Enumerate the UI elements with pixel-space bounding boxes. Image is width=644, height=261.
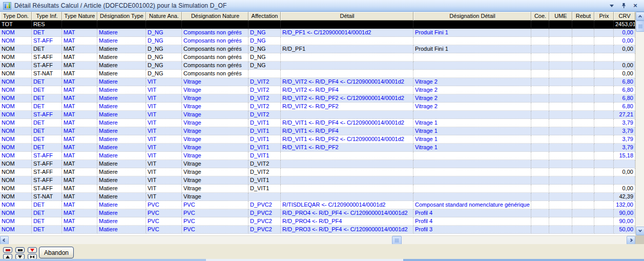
cell-type_inf: DET xyxy=(32,144,62,152)
table-row[interactable]: NOMDETMATMatiereVITVitrageD_VIT2R/D_VIT2… xyxy=(0,103,635,111)
scroll-left-button[interactable] xyxy=(0,236,9,245)
column-header-type_inf[interactable]: Type Inf. xyxy=(32,12,62,21)
cell-type_nature: MAT xyxy=(62,168,97,176)
column-header-ume[interactable]: UME xyxy=(549,12,572,21)
cell-desig_type: Matiere xyxy=(97,144,146,152)
cell-prix xyxy=(594,217,614,226)
column-header-type_nature[interactable]: Type Nature xyxy=(62,12,97,21)
cell-coe xyxy=(531,135,549,144)
cell-type_inf: ST-AFF xyxy=(32,176,62,185)
cell-ume xyxy=(549,135,572,144)
cell-nature_ana: VIT xyxy=(146,86,182,94)
cell-type_inf: ST-AFF xyxy=(32,168,62,176)
scroll-down-button[interactable] xyxy=(636,227,644,235)
table-row[interactable]: NOMDETMATMatiereVITVitrageD_VIT2R/D_VIT2… xyxy=(0,86,635,94)
cell-desig_nature: Vitrage xyxy=(182,119,248,127)
table-row[interactable]: NOMST-AFFMATMatiereD_NGComposants non gé… xyxy=(0,62,635,70)
cell-crv: 3,79 xyxy=(614,127,635,135)
table-row[interactable]: NOMST-AFFMATMatiereVITVitrageD_VIT1 xyxy=(0,176,635,185)
horizontal-scroll-thumb[interactable] xyxy=(392,236,402,245)
triangle-up-icon xyxy=(6,255,10,258)
cell-crv: 0,00 xyxy=(614,37,635,45)
cell-desig_detail xyxy=(413,168,531,176)
column-header-prix[interactable]: Prix xyxy=(594,12,614,21)
titlebar: Détail Résultats Calcul / Article (DOFCD… xyxy=(0,0,644,12)
cell-prix xyxy=(594,160,614,168)
nav-button-2[interactable] xyxy=(15,247,25,253)
nav-button-3[interactable] xyxy=(28,247,37,253)
scroll-up-button[interactable] xyxy=(636,12,644,21)
window-menu-button[interactable] xyxy=(608,2,615,9)
cell-rebut xyxy=(572,176,594,185)
cell-nature_ana: PVC xyxy=(146,217,182,226)
table-row[interactable]: NOMST-AFFMATMatiereD_NGComposants non gé… xyxy=(0,37,635,45)
cell-coe xyxy=(531,209,549,217)
cell-prix xyxy=(594,135,614,144)
cell-ume xyxy=(549,70,572,78)
cell-desig_type: Matiere xyxy=(97,201,146,209)
table-row[interactable]: NOMDETMATMatiereD_NGComposants non gérés… xyxy=(0,29,635,37)
table-row[interactable]: NOMDETMATMatierePVCPVCD_PVC2R/D_PRO4 <- … xyxy=(0,217,635,226)
total-row[interactable]: TOTRES2453,01 xyxy=(0,21,635,29)
column-header-detail[interactable]: Détail xyxy=(281,12,413,21)
cell-desig_type: Matiere xyxy=(97,217,146,226)
close-icon: × xyxy=(633,3,637,8)
table-row[interactable]: NOMDETMATMatierePVCPVCD_PVC2R/TISDLEQAR … xyxy=(0,201,635,209)
abandon-button[interactable]: Abandon xyxy=(39,247,74,258)
close-button[interactable]: × xyxy=(632,2,639,9)
cell-prix xyxy=(594,209,614,217)
cell-prix xyxy=(594,119,614,127)
table-row[interactable]: NOMST-NATMATMatiereD_NGComposants non gé… xyxy=(0,70,635,78)
cell-desig_detail: Vitrage 2 xyxy=(413,86,531,94)
cell-affectation: D_VIT1 xyxy=(248,185,281,193)
table-row[interactable]: NOMDETMATMatiereVITVitrageD_VIT1R/D_VIT1… xyxy=(0,144,635,152)
table-row[interactable]: NOMST-AFFMATMatiereVITVitrageD_VIT10,00 xyxy=(0,185,635,193)
nav-button-1[interactable] xyxy=(3,247,12,253)
table-row[interactable]: NOMST-AFFMATMatiereVITVitrageD_VIT2 xyxy=(0,160,635,168)
table-row[interactable]: NOMDETMATMatierePVCPVCD_PVC2R/D_PRO4 <- … xyxy=(0,209,635,217)
table-row[interactable]: NOMDETMATMatiereVITVitrageD_VIT1R/D_VIT1… xyxy=(0,119,635,127)
table-row[interactable]: NOMST-AFFMATMatiereVITVitrageD_VIT115,18 xyxy=(0,152,635,160)
cell-nature_ana: VIT xyxy=(146,193,182,201)
column-header-coe[interactable]: Coe. xyxy=(531,12,549,21)
cell-ume xyxy=(549,144,572,152)
vertical-scroll-thumb[interactable] xyxy=(636,21,644,32)
column-header-nature_ana[interactable]: Nature Ana. xyxy=(146,12,182,21)
cell-ume xyxy=(549,127,572,135)
table-row[interactable]: NOMDETMATMatiereVITVitrageD_VIT2R/D_VIT2… xyxy=(0,94,635,103)
table-row[interactable]: NOMST-NATMATMatiereVITVitrage42,39 xyxy=(0,193,635,201)
table-row[interactable]: NOMST-AFFMATMatiereVITVitrageD_VIT20,00 xyxy=(0,168,635,176)
cell-coe xyxy=(531,160,549,168)
cell-desig_nature: Composants non gérés xyxy=(182,45,248,53)
vertical-scrollbar[interactable] xyxy=(635,12,644,235)
column-header-desig_detail[interactable]: Désignation Détail xyxy=(413,12,531,21)
table-row[interactable]: NOMST-AFFMATMatiereD_NGComposants non gé… xyxy=(0,53,635,62)
column-header-desig_type[interactable]: Désignation Type xyxy=(97,12,146,21)
scroll-right-button[interactable] xyxy=(627,236,635,245)
column-header-rebut[interactable]: Rebut xyxy=(572,12,594,21)
cell-prix xyxy=(594,152,614,160)
table-row[interactable]: NOMDETMATMatierePVCPVCD_PVC2R/D_PRO3 <- … xyxy=(0,226,635,234)
column-header-crv[interactable]: CRV xyxy=(614,12,635,21)
horizontal-scrollbar[interactable] xyxy=(0,235,635,244)
cell-type_nature: MAT xyxy=(62,160,97,168)
cell-detail: R/TISDLEQAR <- C/1209000014/0001d2 xyxy=(281,201,413,209)
cell-desig_nature: Vitrage xyxy=(182,176,248,185)
table-row[interactable]: NOMST-AFFMATMatiereVITVitrageD_VIT227,21 xyxy=(0,111,635,119)
table-row[interactable]: NOMDETMATMatiereVITVitrageD_VIT1R/D_VIT1… xyxy=(0,135,635,144)
column-header-affectation[interactable]: Affectation xyxy=(248,12,281,21)
table-row[interactable]: NOMDETMATMatiereVITVitrageD_VIT2R/D_VIT2… xyxy=(0,78,635,86)
cell-type_nature: MAT xyxy=(62,152,97,160)
cell-crv: 3,79 xyxy=(614,144,635,152)
cell-type_don: NOM xyxy=(0,45,32,53)
cell-desig_detail xyxy=(413,185,531,193)
pin-button[interactable] xyxy=(620,2,627,9)
cell-rebut xyxy=(572,86,594,94)
table-row[interactable]: NOMDETMATMatiereD_NGComposants non gérés… xyxy=(0,45,635,53)
cell-desig_nature: Composants non gérés xyxy=(182,70,248,78)
table-row[interactable]: NOMDETMATMatiereVITVitrageD_VIT1R/D_VIT1… xyxy=(0,127,635,135)
column-header-type_don[interactable]: Type Don. xyxy=(0,12,32,21)
background-window-edge xyxy=(0,259,644,261)
cell-type_inf: DET xyxy=(32,103,62,111)
column-header-desig_nature[interactable]: Désignation Nature xyxy=(182,12,248,21)
